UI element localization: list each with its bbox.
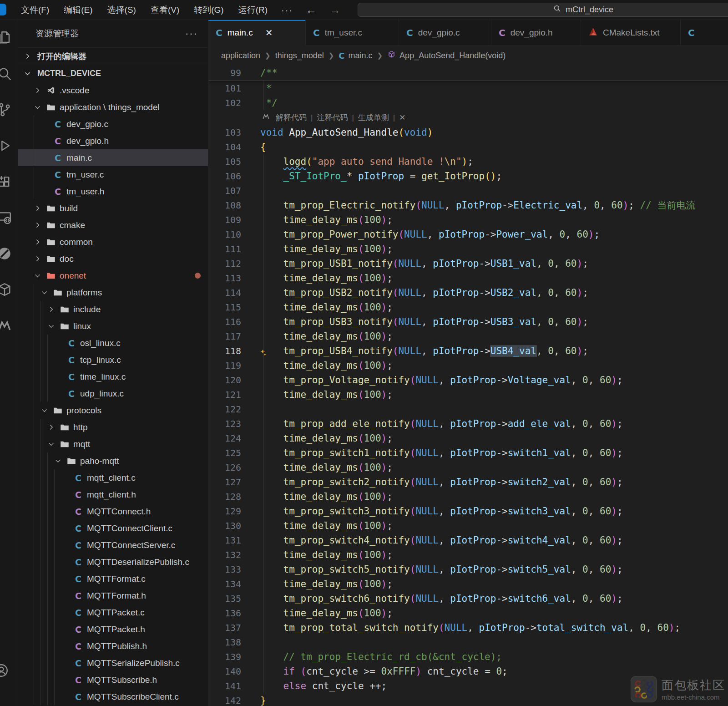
tree-item-osl-linux-c[interactable]: Cosl_linux.c	[18, 335, 208, 351]
line-number[interactable]: 123	[208, 418, 241, 429]
chevron-down-icon[interactable]	[54, 457, 66, 465]
code-line-137[interactable]: 137 tm_prop_total_switch_notify(NULL, pI…	[208, 620, 728, 635]
line-number[interactable]: 132	[208, 549, 241, 560]
tree-item-common[interactable]: common	[18, 234, 208, 250]
tree-item-mqttpacket-c[interactable]: CMQTTPacket.c	[18, 604, 208, 621]
line-number[interactable]: 124	[208, 433, 241, 444]
sidebar-more-actions-button[interactable]: ···	[185, 28, 198, 40]
chevron-down-icon[interactable]	[40, 289, 52, 296]
tree-item-cmake[interactable]: cmake	[18, 217, 208, 234]
code-line-131[interactable]: 131 tm_prop_switch4_notify(NULL, pIotPro…	[208, 533, 728, 548]
tree-item-mqttformat-h[interactable]: CMQTTFormat.h	[18, 587, 208, 604]
tree-item-paho-mqtt[interactable]: paho-mqtt	[18, 452, 208, 469]
line-number[interactable]: 101	[208, 83, 241, 94]
line-number[interactable]: 142	[208, 695, 241, 706]
code-line-124[interactable]: 124 time_delay_ms(100);	[208, 431, 728, 446]
chevron-down-icon[interactable]	[40, 406, 52, 414]
chevron-right-icon[interactable]	[34, 86, 46, 94]
line-number[interactable]: 134	[208, 579, 241, 589]
code-line-112[interactable]: 112 tm_prop_USB1_notify(NULL, pIotProp->…	[208, 256, 728, 271]
code-line-132[interactable]: 132 time_delay_ms(100);	[208, 548, 728, 562]
line-number[interactable]: 103	[208, 127, 241, 138]
line-number[interactable]: 106	[208, 171, 241, 182]
code-line-119[interactable]: 119 time_delay_ms(100);	[208, 358, 728, 373]
code-line-128[interactable]: 128 time_delay_ms(100);	[208, 489, 728, 504]
line-number[interactable]: 102	[208, 97, 241, 108]
ai-sparkle-icon[interactable]: ✦✦	[260, 345, 268, 356]
tree-item-dev-gpio-h[interactable]: Cdev_gpio.h	[18, 132, 208, 149]
code-line-139[interactable]: 139 // tm_prop_Electric_rd_cb(&cnt_cycle…	[208, 650, 728, 664]
breadcrumb-item-app-autosend-handle-void-[interactable]: App_AutoSend_Handle(void)	[387, 50, 506, 61]
tree-item-linux[interactable]: linux	[18, 318, 208, 335]
code-line-125[interactable]: 125 tm_prop_switch1_notify(NULL, pIotPro…	[208, 446, 728, 460]
tree-item-mqttconnectserver-c[interactable]: CMQTTConnectServer.c	[18, 537, 208, 554]
code-line-138[interactable]: 138	[208, 635, 728, 650]
codelens-action[interactable]: 生成单测	[358, 112, 389, 123]
codelens-close-icon[interactable]: ✕	[399, 113, 405, 122]
code-line-103[interactable]: 103void App_AutoSend_Handle(void)	[208, 125, 728, 140]
nav-back-button[interactable]: ←	[299, 4, 323, 16]
code-line-130[interactable]: 130 time_delay_ms(100);	[208, 518, 728, 533]
extensions-icon[interactable]	[0, 174, 12, 189]
code-line-114[interactable]: 114 tm_prop_USB2_notify(NULL, pIotProp->…	[208, 285, 728, 300]
code-line-122[interactable]: 122	[208, 402, 728, 416]
line-number[interactable]: 131	[208, 535, 241, 546]
menu-file[interactable]: 文件(F)	[14, 0, 56, 20]
line-number[interactable]: 121	[208, 389, 241, 400]
sticky-code-line-99[interactable]: 99/**	[208, 66, 728, 81]
chevron-down-icon[interactable]	[47, 322, 59, 330]
explorer-icon[interactable]	[0, 30, 12, 46]
tree-item--vscode[interactable]: .vscode	[18, 82, 208, 99]
code-line-129[interactable]: 129 tm_prop_switch3_notify(NULL, pIotPro…	[208, 504, 728, 518]
code-line-118[interactable]: 118✦✦ tm_prop_USB4_notify(NULL, pIotProp…	[208, 344, 728, 358]
tab-main-c[interactable]: Cmain.c✕	[208, 20, 306, 46]
code-line-113[interactable]: 113 time_delay_ms(100);	[208, 271, 728, 285]
run-debug-icon[interactable]	[0, 138, 12, 153]
line-number[interactable]: 122	[208, 404, 241, 415]
line-number[interactable]: 109	[208, 214, 241, 225]
tab-partial[interactable]: C	[681, 20, 728, 45]
line-number[interactable]: 119	[208, 360, 241, 371]
account-icon[interactable]	[0, 663, 9, 678]
tree-item-tm-user-h[interactable]: Ctm_user.h	[18, 183, 208, 200]
tree-item-dev-gpio-c[interactable]: Cdev_gpio.c	[18, 116, 208, 132]
tree-item-mqttconnectclient-c[interactable]: CMQTTConnectClient.c	[18, 520, 208, 537]
tree-item-mqttpacket-h[interactable]: CMQTTPacket.h	[18, 621, 208, 638]
code-line-123[interactable]: 123 tm_prop_add_ele_notify(NULL, pIotPro…	[208, 416, 728, 431]
chevron-right-icon[interactable]	[34, 204, 46, 212]
tree-item-mqttconnect-h[interactable]: CMQTTConnect.h	[18, 503, 208, 520]
menu-more-button[interactable]: ···	[275, 0, 299, 20]
line-number[interactable]: 128	[208, 491, 241, 502]
tree-item-mqttdeserializepublish-c[interactable]: CMQTTDeserializePublish.c	[18, 554, 208, 570]
code-line-134[interactable]: 134 time_delay_ms(100);	[208, 577, 728, 591]
line-number[interactable]: 107	[208, 185, 241, 196]
chevron-right-icon[interactable]	[34, 221, 46, 229]
marscode-icon[interactable]	[0, 318, 12, 333]
line-number[interactable]: 110	[208, 229, 241, 240]
code-line-107[interactable]: 107	[208, 183, 728, 198]
tree-item-tm-user-c[interactable]: Ctm_user.c	[18, 166, 208, 183]
line-number[interactable]: 118	[208, 345, 241, 356]
line-number[interactable]: 135	[208, 593, 241, 604]
circle-slash-icon[interactable]	[0, 246, 12, 261]
menu-go[interactable]: 转到(G)	[187, 0, 231, 20]
tree-item-tcp-linux-c[interactable]: Ctcp_linux.c	[18, 351, 208, 368]
line-number[interactable]: 105	[208, 156, 241, 167]
line-number[interactable]: 129	[208, 506, 241, 517]
line-number[interactable]: 108	[208, 200, 241, 211]
tree-item-mqttformat-c[interactable]: CMQTTFormat.c	[18, 570, 208, 587]
line-number[interactable]: 125	[208, 447, 241, 458]
line-number[interactable]: 116	[208, 316, 241, 327]
line-number[interactable]: 117	[208, 331, 241, 342]
tree-item-mqtt-client-c[interactable]: Cmqtt_client.c	[18, 469, 208, 486]
line-number[interactable]: 99	[208, 67, 241, 78]
line-number[interactable]: 126	[208, 462, 241, 473]
close-icon[interactable]: ✕	[265, 27, 273, 38]
command-search-input[interactable]: mCtrl_device	[358, 3, 728, 17]
section-open-editors[interactable]: 打开的编辑器	[18, 47, 208, 65]
line-number[interactable]: 104	[208, 142, 241, 152]
line-number[interactable]: 130	[208, 520, 241, 531]
tree-item-mqttserializepublish-c[interactable]: CMQTTSerializePublish.c	[18, 655, 208, 671]
breadcrumb-item-application[interactable]: application	[221, 51, 260, 61]
line-number[interactable]: 141	[208, 681, 241, 691]
